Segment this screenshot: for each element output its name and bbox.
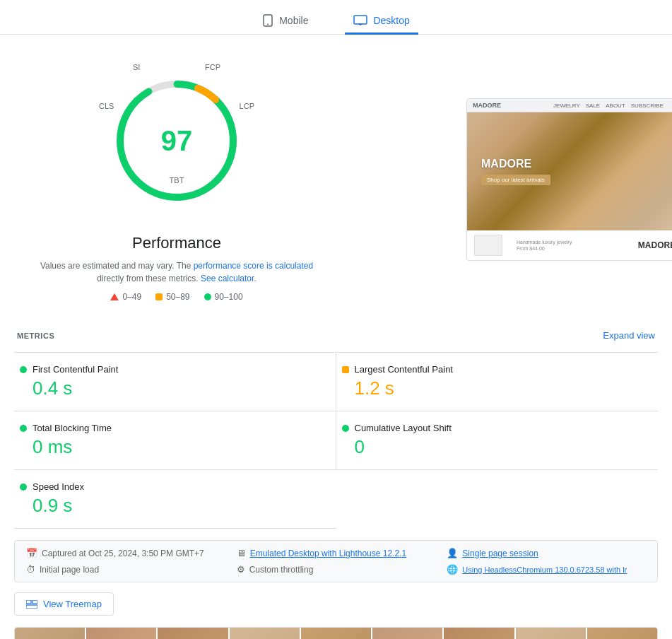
legend-average: 50–89 xyxy=(155,292,189,302)
gear-icon: ⚙ xyxy=(237,564,245,575)
filmstrip-section xyxy=(14,627,658,639)
tab-desktop[interactable]: Desktop xyxy=(345,8,418,35)
info-initial-text: Initial page load xyxy=(40,565,99,575)
view-treemap-label: View Treemap xyxy=(43,599,102,609)
metric-lcp: Largest Contentful Paint 1.2 s xyxy=(336,353,659,411)
mock-hero-brand: MADORE xyxy=(481,158,672,170)
performance-label: Performance xyxy=(14,234,339,252)
svg-point-1 xyxy=(267,24,269,25)
filmstrip-frame-1 xyxy=(15,628,86,639)
info-captured: 📅 Captured at Oct 25, 2024, 3:50 PM GMT+… xyxy=(26,548,225,558)
view-treemap-button[interactable]: View Treemap xyxy=(14,592,114,616)
main-content: SI FCP CLS LCP xyxy=(0,49,672,639)
mobile-icon xyxy=(262,14,273,27)
legend-fail: 0–49 xyxy=(110,292,141,302)
info-bar: 📅 Captured at Oct 25, 2024, 3:50 PM GMT+… xyxy=(14,540,658,582)
info-emulated: 🖥 Emulated Desktop with Lighthouse 12.2.… xyxy=(237,548,436,558)
tbt-dot xyxy=(20,425,27,432)
clock-icon: ⏱ xyxy=(26,564,35,575)
fcp-dot xyxy=(20,366,27,373)
filmstrip-frame-2 xyxy=(86,628,158,639)
si-dot xyxy=(20,483,27,491)
fcp-name: First Contentful Paint xyxy=(33,364,118,375)
legend-pass-range: 90–100 xyxy=(215,292,243,302)
info-emulated-link[interactable]: Emulated Desktop with Lighthouse 12.2.1 xyxy=(250,549,406,558)
legend-fail-range: 0–49 xyxy=(122,292,141,302)
metrics-section: METRICS Expand view First Contentful Pai… xyxy=(14,330,658,529)
person-icon: 👤 xyxy=(447,548,458,558)
treemap-icon xyxy=(26,600,37,609)
tbt-name: Total Blocking Time xyxy=(33,423,112,433)
legend: 0–49 50–89 90–100 xyxy=(14,292,339,302)
filmstrip-frame-5 xyxy=(301,628,372,639)
globe-icon: 🌐 xyxy=(447,564,458,575)
metric-si: Speed Index 0.9 s xyxy=(14,470,336,529)
filmstrip-frame-9 xyxy=(587,628,657,639)
info-throttling: ⚙ Custom throttling xyxy=(237,564,436,575)
filmstrip-frame-6 xyxy=(372,628,444,639)
metric-fcp: First Contentful Paint 0.4 s xyxy=(14,353,336,411)
left-panel: SI FCP CLS LCP xyxy=(14,56,339,316)
expand-view-btn[interactable]: Expand view xyxy=(603,330,655,341)
gauge-wrapper: 97 xyxy=(106,70,247,211)
mock-footer: Handmade luxury jewelry From $44.00 MADO… xyxy=(467,230,672,260)
tab-mobile[interactable]: Mobile xyxy=(254,8,317,35)
tab-mobile-label: Mobile xyxy=(279,15,308,26)
metrics-header: METRICS Expand view xyxy=(14,330,658,341)
mock-nav-links: JEWELRY SALE ABOUT SUBSCRIBE xyxy=(553,102,664,109)
svg-rect-9 xyxy=(33,600,37,604)
right-panel: MADORE JEWELRY SALE ABOUT SUBSCRIBE 🔍 👤 … xyxy=(452,56,672,261)
info-session-link[interactable]: Single page session xyxy=(462,549,538,558)
filmstrip-frame-7 xyxy=(444,628,515,639)
gauge-label-tbt: TBT xyxy=(170,176,184,184)
metric-tbt: Total Blocking Time 0 ms xyxy=(14,411,336,470)
metrics-title: METRICS xyxy=(17,332,54,340)
cls-value: 0 xyxy=(355,436,653,458)
si-value: 0.9 s xyxy=(33,495,308,517)
mock-footer-logo: MADORE xyxy=(615,240,672,250)
info-session: 👤 Single page session xyxy=(447,548,646,558)
legend-average-icon xyxy=(155,293,163,300)
description-text: Values are estimated and may vary. The p… xyxy=(28,259,325,285)
mock-site-logo: MADORE xyxy=(473,102,501,109)
tbt-value: 0 ms xyxy=(33,436,307,458)
legend-average-range: 50–89 xyxy=(166,292,189,302)
score-section: SI FCP CLS LCP xyxy=(14,56,658,316)
cls-dot xyxy=(342,425,349,432)
lcp-name: Largest Contentful Paint xyxy=(355,364,453,375)
monitor-icon: 🖥 xyxy=(237,548,246,558)
info-captured-text: Captured at Oct 25, 2024, 3:50 PM GMT+7 xyxy=(42,549,204,558)
svg-rect-10 xyxy=(26,605,37,609)
cls-name: Cumulative Layout Shift xyxy=(355,423,452,433)
lcp-value: 1.2 s xyxy=(355,377,653,399)
mock-browser-bar: MADORE JEWELRY SALE ABOUT SUBSCRIBE 🔍 👤 … xyxy=(467,99,672,112)
tab-desktop-label: Desktop xyxy=(373,15,409,26)
calculator-link[interactable]: See calculator xyxy=(201,274,254,283)
calendar-icon: 📅 xyxy=(26,548,37,558)
metric-cls: Cumulative Layout Shift 0 xyxy=(336,411,659,470)
info-initial: ⏱ Initial page load xyxy=(26,564,225,575)
info-throttling-text: Custom throttling xyxy=(249,565,314,575)
filmstrip-frame-3 xyxy=(158,628,229,639)
site-screenshot: MADORE JEWELRY SALE ABOUT SUBSCRIBE 🔍 👤 … xyxy=(466,98,672,261)
desktop-icon xyxy=(353,15,367,26)
mock-cta: Shop our latest arrivals xyxy=(481,175,550,185)
lcp-dot xyxy=(342,366,349,373)
device-tabs: Mobile Desktop xyxy=(0,0,672,35)
filmstrip-frame-8 xyxy=(516,628,587,639)
legend-pass: 90–100 xyxy=(204,292,243,302)
fcp-value: 0.4 s xyxy=(33,377,307,399)
metrics-grid: First Contentful Paint 0.4 s Largest Con… xyxy=(14,352,658,529)
legend-fail-icon xyxy=(110,293,119,300)
filmstrip-frame-4 xyxy=(230,628,301,639)
gauge-score: 97 xyxy=(161,125,193,157)
svg-rect-2 xyxy=(354,16,367,24)
info-browser-link[interactable]: Using HeadlessChromium 130.0.6723.58 wit… xyxy=(462,565,627,574)
svg-rect-8 xyxy=(26,600,31,604)
si-name: Speed Index xyxy=(33,481,84,492)
perf-score-link[interactable]: performance score is calculated xyxy=(194,261,313,271)
info-browser: 🌐 Using HeadlessChromium 130.0.6723.58 w… xyxy=(447,564,646,575)
mock-hero: MADORE Shop our latest arrivals xyxy=(467,112,672,230)
legend-pass-icon xyxy=(204,293,211,300)
filmstrip-row xyxy=(15,628,657,639)
